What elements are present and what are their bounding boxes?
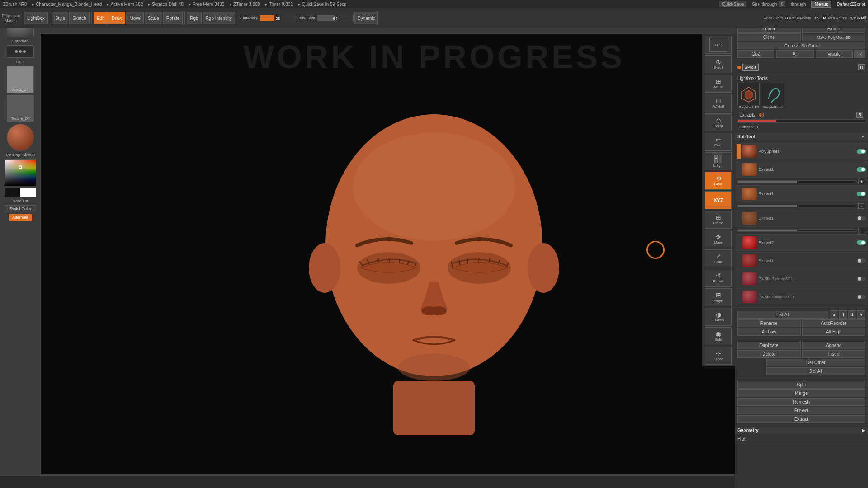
split-btn[interactable]: Split <box>737 381 865 389</box>
clone-all-btn[interactable]: Clone All SubTools <box>737 42 865 49</box>
subtool-pm3d-sphere[interactable]: PM3D_Sphere3D1 <box>736 270 867 287</box>
edit-btn[interactable]: Edit <box>94 12 108 24</box>
subtool-thumb-right[interactable] <box>762 83 784 105</box>
subtool-slider-track-2[interactable] <box>737 205 856 207</box>
subtool-toggle-extract1-red[interactable] <box>857 258 866 263</box>
move-icon-btn[interactable]: ✥ Move <box>705 230 732 248</box>
switch-color-btn[interactable]: SwitchColor <box>5 205 36 212</box>
subtool-toggle-pm3d-cylinder[interactable] <box>857 295 866 299</box>
r-btn-spix[interactable]: R <box>858 64 866 70</box>
geometry-section-title[interactable]: Geometry ▶ <box>735 427 868 434</box>
floor-btn[interactable]: ▭ Floor <box>705 133 732 151</box>
local-btn[interactable]: ⟲ Local <box>705 172 732 190</box>
bpr-btn[interactable]: BPR <box>705 36 732 54</box>
color-picker[interactable] <box>5 159 36 186</box>
sketch-btn[interactable]: Sketch <box>69 12 90 24</box>
subtool-toggle-extract2-red[interactable] <box>857 240 866 245</box>
aahalf-btn[interactable]: ⊟ AAHalf <box>705 94 732 112</box>
lightbox-btn[interactable]: LightBox <box>24 12 48 24</box>
subtool-toggle-polysphere[interactable] <box>857 149 866 154</box>
all-high-btn[interactable]: All High <box>802 328 866 336</box>
r-btn-extract[interactable]: R <box>856 112 864 118</box>
goz-btn[interactable]: GoZ <box>737 50 774 58</box>
subtool-slider-track-3[interactable] <box>737 229 856 232</box>
all-low-btn[interactable]: All Low <box>737 328 801 336</box>
rgb-intensity-btn[interactable]: Rgb Intensity <box>203 12 235 24</box>
frame-btn[interactable]: ⊞ Frame <box>705 211 732 229</box>
visible-btn[interactable]: Visible <box>816 50 853 58</box>
xyz-btn[interactable]: XYZ <box>705 191 732 209</box>
spix-btn[interactable]: SPix 3 <box>742 64 759 71</box>
subtool-extract2-red[interactable]: Extract2 <box>736 234 867 251</box>
scroll-btn[interactable]: ⊕ Scroll <box>705 55 732 73</box>
transp-btn[interactable]: ◑ Transp <box>705 308 732 326</box>
actual-btn[interactable]: ⊞ Actual <box>705 75 732 93</box>
dynamic-btn[interactable]: Dynamic <box>354 12 378 24</box>
solo-btn[interactable]: ◉ Solo <box>705 327 732 345</box>
move-btn[interactable]: Move <box>126 12 143 24</box>
auto-reorder-btn[interactable]: AutoReorder <box>802 319 866 327</box>
delete-btn[interactable]: Delete <box>737 350 801 358</box>
rename-btn[interactable]: Rename <box>737 319 801 327</box>
color-swatch[interactable] <box>5 188 36 197</box>
arrow-down2-btn[interactable]: ▼ <box>857 310 865 319</box>
remesh-btn[interactable]: Remesh <box>737 398 865 406</box>
swatch-black[interactable] <box>5 188 20 197</box>
alpha-preview[interactable]: Alpha_Off <box>7 66 34 93</box>
extract-slider[interactable] <box>737 119 865 123</box>
lsym-btn[interactable]: L.Sym <box>705 152 732 170</box>
list-all-btn[interactable]: List All <box>737 311 828 319</box>
duplicate-btn[interactable]: Duplicate <box>737 342 801 349</box>
subtool-extract1-1[interactable]: Extract1 <box>736 185 867 202</box>
make-polymesh-btn[interactable]: Make PolyMesh3D <box>802 34 866 41</box>
subtool-eye-1[interactable]: 👁 <box>858 179 865 184</box>
persp-btn[interactable]: ◇ Persp <box>705 113 732 131</box>
append-btn[interactable]: Append <box>802 342 866 349</box>
texture-preview[interactable]: Texture_Off <box>7 95 34 122</box>
clone-btn[interactable]: Clone <box>737 33 801 41</box>
project-btn[interactable]: Project <box>737 407 865 414</box>
menus-btn[interactable]: Menus <box>811 1 831 8</box>
subtool-thumb-left[interactable] <box>737 83 760 105</box>
subtool-extract1-red[interactable]: Extract1 <box>736 252 867 269</box>
arrow-up-btn[interactable]: ▲ <box>830 310 838 319</box>
subtool-toggle-extract1-2[interactable] <box>857 216 866 221</box>
xpose-btn[interactable]: ⊹ Xpose <box>705 347 732 365</box>
subtool-toggle-extract2-1[interactable] <box>857 167 866 172</box>
polyf-btn[interactable]: ⊞ PolyF <box>705 288 732 306</box>
rotate-btn[interactable]: Rotate <box>163 12 183 24</box>
arrow-down-btn[interactable]: ⬇ <box>848 310 856 319</box>
subtool-extract2-1[interactable]: Extract2 <box>736 161 867 178</box>
insert-btn[interactable]: Insert <box>802 350 866 358</box>
lightbox-tools-label[interactable]: Lightbox› Tools <box>737 76 865 81</box>
all-btn[interactable]: All <box>776 50 813 58</box>
dot-brush[interactable] <box>7 45 34 58</box>
subtool-eye-2[interactable]: - <box>858 203 865 209</box>
swatch-white[interactable] <box>20 188 36 197</box>
alternate-btn[interactable]: Alternate <box>9 214 32 221</box>
merge-btn[interactable]: Merge <box>737 389 865 397</box>
extract-btn[interactable]: Extract <box>737 415 865 423</box>
arrow-up2-btn[interactable]: ⬆ <box>839 310 847 319</box>
subtool-extract1-2[interactable]: Extract1 <box>736 210 867 227</box>
scale-btn[interactable]: Scale <box>145 12 162 24</box>
rotate-icon-btn[interactable]: ↺ Rotate <box>705 269 732 287</box>
del-all-btn[interactable]: Del All <box>766 367 865 375</box>
subtool-pm3d-cylinder[interactable]: PM3D_Cylinder3D3 <box>736 288 867 305</box>
draw-btn[interactable]: Draw <box>108 12 125 24</box>
quicksave-btn[interactable]: QuickSave <box>719 1 746 7</box>
subtool-slider-track-1[interactable] <box>737 180 856 183</box>
material-ball[interactable] <box>7 124 34 151</box>
z-intensity-slider[interactable]: 25 <box>260 15 296 21</box>
rgb-btn[interactable]: Rgb <box>187 12 201 24</box>
draw-size-slider[interactable]: 64 <box>317 15 354 21</box>
r-btn-top[interactable]: R <box>854 50 865 58</box>
style-btn[interactable]: Style <box>52 12 68 24</box>
del-other-btn[interactable]: Del Other <box>766 359 865 366</box>
scale-icon-btn[interactable]: ⤢ Scale <box>705 249 732 267</box>
subtool-polysphere[interactable]: PolySphere <box>736 143 867 160</box>
subtool-eye-3[interactable] <box>858 228 865 233</box>
subtool-toggle-extract1-1[interactable] <box>857 192 866 196</box>
subtool-toggle-pm3d-sphere[interactable] <box>857 277 866 281</box>
subtool-section-title[interactable]: SubTool ▼ <box>735 133 868 140</box>
